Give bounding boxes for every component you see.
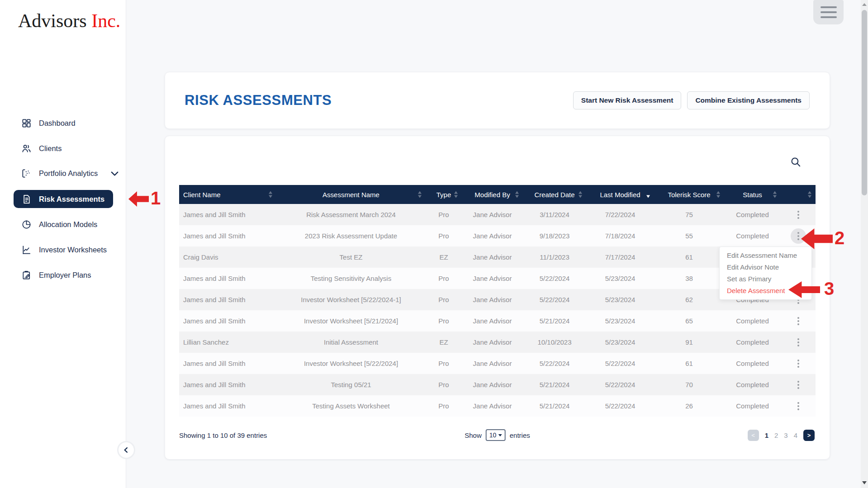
cell-tolerisk-score: 26 — [654, 395, 724, 417]
sidebar-item-dashboard[interactable]: Dashboard — [14, 114, 113, 132]
column-header-modified-by[interactable]: Modified By — [462, 185, 523, 204]
cell-assessment-name: Testing Sensitivity Analysis — [276, 268, 426, 289]
cell-tolerisk-score: 62 — [654, 289, 724, 310]
cell-client-name: James and Jill Smith — [179, 289, 276, 310]
cell-created-date: 5/21/2024 — [523, 395, 586, 417]
page-size-select[interactable]: 10 — [486, 429, 506, 441]
scrollbar-up-icon[interactable] — [862, 3, 867, 6]
page-size-control: Show 10 entries — [465, 429, 530, 441]
menu-item-set-as-primary[interactable]: Set as Primary — [720, 273, 811, 285]
table-row[interactable]: James and Jill Smith Testing 05/21 Pro J… — [179, 374, 816, 395]
row-actions-kebab-icon[interactable] — [791, 207, 806, 223]
page-title: RISK ASSESSMENTS — [185, 92, 573, 109]
table-row[interactable]: James and Jill Smith Testing Assets Work… — [179, 395, 816, 417]
hamburger-menu-button[interactable] — [813, 0, 844, 24]
cell-client-name: Lillian Sanchez — [179, 332, 276, 353]
cell-type: Pro — [426, 204, 462, 225]
clients-icon — [21, 143, 32, 154]
cell-created-date: 5/22/2024 — [523, 353, 586, 374]
cell-tolerisk-score: 38 — [654, 268, 724, 289]
cell-assessment-name: Investor Worksheet [5/22/2024-1] — [276, 289, 426, 310]
row-actions-kebab-icon[interactable] — [791, 356, 806, 371]
sidebar-item-allocation-models[interactable]: Allocation Models — [14, 215, 113, 233]
scrollbar-thumb[interactable] — [862, 10, 867, 195]
cell-last-modified: 7/18/2024 — [586, 225, 654, 246]
cell-actions — [781, 310, 816, 332]
risk-assessments-icon — [21, 194, 32, 204]
sidebar-item-employer-plans[interactable]: Employer Plans — [14, 266, 113, 284]
cell-status: Completed — [724, 204, 781, 225]
cell-modified-by: Jane Advisor — [462, 310, 523, 332]
annotation-number-1: 1 — [151, 188, 161, 208]
pagination-page-4[interactable]: 4 — [794, 431, 797, 439]
sidebar-item-portfolio-analytics[interactable]: Portfolio Analytics — [14, 164, 113, 182]
cell-actions — [781, 204, 816, 225]
column-header-last-modified[interactable]: Last Modified — [586, 185, 654, 204]
column-header-status[interactable]: Status — [724, 185, 781, 204]
hamburger-menu-icon — [821, 6, 837, 8]
portfolio-analytics-icon — [21, 168, 32, 179]
pagination-page-1[interactable]: 1 — [765, 431, 768, 439]
cell-tolerisk-score: 75 — [654, 204, 724, 225]
cell-created-date: 5/21/2024 — [523, 310, 586, 332]
cell-assessment-name: Investor Worksheet [5/21/2024] — [276, 310, 426, 332]
cell-last-modified: 5/23/2024 — [586, 332, 654, 353]
assessments-table: Client Name Assessment Name Type Modifie… — [179, 185, 816, 417]
sort-arrows-icon — [515, 191, 519, 198]
cell-assessment-name: Risk Assessment March 2024 — [276, 204, 426, 225]
column-header-type[interactable]: Type — [426, 185, 462, 204]
cell-status: Completed — [724, 374, 781, 395]
sidebar: Advisors Inc. Dashboard Clients Portfoli… — [0, 0, 126, 488]
pagination-next-button[interactable]: > — [803, 430, 815, 441]
table-row[interactable]: James and Jill Smith Investor Worksheet … — [179, 310, 816, 332]
cell-actions — [781, 332, 816, 353]
column-header-tolerisk-score[interactable]: Tolerisk Score — [654, 185, 724, 204]
search-icon[interactable] — [790, 156, 802, 168]
pagination: < 1 2 3 4 > — [748, 430, 815, 441]
cell-assessment-name: Testing 05/21 — [276, 374, 426, 395]
row-actions-kebab-icon[interactable] — [791, 398, 806, 414]
collapse-sidebar-button[interactable] — [117, 441, 135, 459]
pagination-page-3[interactable]: 3 — [784, 431, 787, 439]
sidebar-item-clients[interactable]: Clients — [14, 139, 113, 157]
sidebar-item-investor-worksheets[interactable]: Investor Worksheets — [14, 241, 113, 259]
cell-type: Pro — [426, 289, 462, 310]
cell-type: Pro — [426, 395, 462, 417]
pagination-prev-button[interactable]: < — [748, 430, 759, 441]
row-actions-kebab-icon[interactable] — [791, 335, 806, 350]
column-header-assessment-name[interactable]: Assessment Name — [276, 185, 426, 204]
table-row[interactable]: Lillian Sanchez Initial Assessment EZ Ja… — [179, 332, 816, 353]
row-actions-kebab-icon[interactable] — [791, 228, 806, 244]
sidebar-item-label: Risk Assessments — [39, 195, 104, 204]
menu-item-edit-assessment-name[interactable]: Edit Assessment Name — [720, 250, 811, 261]
table-row[interactable]: James and Jill Smith Investor Worksheet … — [179, 353, 816, 374]
menu-item-edit-advisor-note[interactable]: Edit Advisor Note — [720, 261, 811, 273]
cell-client-name: James and Jill Smith — [179, 310, 276, 332]
pagination-page-2[interactable]: 2 — [774, 431, 778, 439]
column-header-client-name[interactable]: Client Name — [179, 185, 276, 204]
sort-arrows-icon — [773, 191, 777, 198]
sort-arrows-icon — [418, 191, 422, 198]
cell-last-modified: 5/23/2024 — [586, 310, 654, 332]
annotation-number-3: 3 — [824, 279, 834, 299]
sidebar-item-risk-assessments[interactable]: Risk Assessments — [14, 190, 113, 208]
cell-modified-by: Jane Advisor — [462, 395, 523, 417]
cell-modified-by: Jane Advisor — [462, 225, 523, 246]
cell-last-modified: 5/23/2024 — [586, 268, 654, 289]
dashboard-grid-icon — [21, 118, 32, 128]
row-actions-kebab-icon[interactable] — [791, 377, 806, 393]
sidebar-item-label: Allocation Models — [39, 220, 97, 229]
chevron-down-icon — [109, 168, 120, 179]
table-row[interactable]: James and Jill Smith Risk Assessment Mar… — [179, 204, 816, 225]
page-scrollbar[interactable] — [861, 0, 868, 488]
scrollbar-down-icon[interactable] — [862, 481, 867, 484]
sidebar-item-label: Employer Plans — [39, 271, 91, 280]
table-row[interactable]: James and Jill Smith 2023 Risk Assessmen… — [179, 225, 816, 246]
row-actions-kebab-icon[interactable] — [791, 313, 806, 329]
cell-type: Pro — [426, 268, 462, 289]
start-new-risk-assessment-button[interactable]: Start New Risk Assessment — [573, 91, 682, 109]
cell-tolerisk-score: 70 — [654, 374, 724, 395]
combine-existing-assessments-button[interactable]: Combine Existing Assessments — [687, 91, 810, 109]
column-header-actions[interactable] — [781, 185, 816, 204]
column-header-created-date[interactable]: Created Date — [523, 185, 586, 204]
